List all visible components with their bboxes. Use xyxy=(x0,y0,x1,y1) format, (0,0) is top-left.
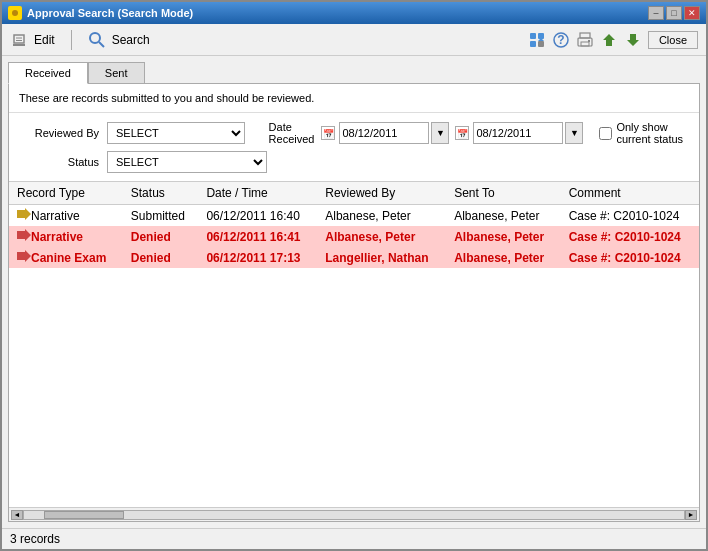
close-button[interactable]: Close xyxy=(648,31,698,49)
date-received-label: Date Received xyxy=(269,121,316,145)
cell-2: 06/12/2011 16:41 xyxy=(198,226,317,247)
svg-marker-23 xyxy=(17,250,31,262)
reviewed-by-row: Reviewed By SELECT Date Received 📅 ▼ 📅 xyxy=(19,121,689,145)
svg-rect-15 xyxy=(580,33,590,38)
tab-received[interactable]: Received xyxy=(8,62,88,84)
status-select[interactable]: SELECT xyxy=(107,151,267,173)
reviewed-by-select[interactable]: SELECT xyxy=(107,122,245,144)
status-row: Status SELECT xyxy=(19,151,689,173)
edit-label: Edit xyxy=(34,33,55,47)
date-to-field: 📅 ▼ xyxy=(455,122,583,144)
svg-marker-21 xyxy=(17,208,31,220)
date-from-dropdown[interactable]: ▼ xyxy=(431,122,449,144)
cell-5: Case #: C2010-1024 xyxy=(561,205,699,227)
arrow-up-icon[interactable] xyxy=(600,31,618,49)
cell-0: Narrative xyxy=(9,226,123,247)
search-toolbar-item[interactable]: Search xyxy=(88,31,150,49)
date-from-field: 📅 ▼ xyxy=(321,122,449,144)
print-icon[interactable] xyxy=(576,31,594,49)
col-status: Status xyxy=(123,182,199,205)
cell-2: 06/12/2011 16:40 xyxy=(198,205,317,227)
date-to-input[interactable] xyxy=(473,122,563,144)
col-datetime: Date / Time xyxy=(198,182,317,205)
cell-4: Albanese, Peter xyxy=(446,247,561,268)
horizontal-scrollbar[interactable] xyxy=(23,510,685,520)
record-type-value: Narrative xyxy=(31,209,80,223)
cell-4: Albanese, Peter xyxy=(446,226,561,247)
record-icon xyxy=(17,251,31,265)
col-record-type: Record Type xyxy=(9,182,123,205)
table-row[interactable]: NarrativeSubmitted06/12/2011 16:40Albane… xyxy=(9,205,699,227)
col-reviewed-by: Reviewed By xyxy=(317,182,446,205)
svg-point-6 xyxy=(90,33,100,43)
record-icon xyxy=(17,230,31,244)
scrollbar-thumb[interactable] xyxy=(44,511,124,519)
cell-2: 06/12/2011 17:13 xyxy=(198,247,317,268)
tabs: Received Sent xyxy=(8,62,700,83)
status-label: Status xyxy=(19,156,99,168)
cell-5: Case #: C2010-1024 xyxy=(561,247,699,268)
svg-rect-11 xyxy=(538,41,544,47)
window-icon xyxy=(8,6,22,20)
toolbar-separator xyxy=(71,30,72,50)
only-current-group: Only show current status xyxy=(599,121,689,145)
scroll-left-button[interactable]: ◄ xyxy=(11,510,23,520)
cell-1: Denied xyxy=(123,247,199,268)
edit-toolbar-item[interactable]: Edit xyxy=(10,31,55,49)
table-row[interactable]: NarrativeDenied06/12/2011 16:41Albanese,… xyxy=(9,226,699,247)
nav-up-icon[interactable] xyxy=(528,31,546,49)
col-comment: Comment xyxy=(561,182,699,205)
help-icon[interactable]: ? xyxy=(552,31,570,49)
records-table: Record Type Status Date / Time Reviewed … xyxy=(9,182,699,268)
svg-text:?: ? xyxy=(557,33,564,47)
date-to-dropdown[interactable]: ▼ xyxy=(565,122,583,144)
record-type-value: Narrative xyxy=(31,230,83,244)
only-current-checkbox[interactable] xyxy=(599,127,612,140)
table-header-row: Record Type Status Date / Time Reviewed … xyxy=(9,182,699,205)
panel: These are records submitted to you and s… xyxy=(8,83,700,522)
svg-marker-20 xyxy=(627,34,639,46)
cell-3: Albanese, Peter xyxy=(317,205,446,227)
record-count: 3 records xyxy=(10,532,60,546)
svg-rect-18 xyxy=(588,40,590,42)
edit-icon xyxy=(10,31,28,49)
calendar-to-icon: 📅 xyxy=(455,126,469,140)
form-section: Reviewed By SELECT Date Received 📅 ▼ 📅 xyxy=(9,113,699,182)
minimize-button[interactable]: – xyxy=(648,6,664,20)
table-container: Record Type Status Date / Time Reviewed … xyxy=(9,182,699,507)
status-bar: 3 records xyxy=(2,528,706,549)
cell-1: Submitted xyxy=(123,205,199,227)
tab-sent[interactable]: Sent xyxy=(88,62,145,83)
date-from-input[interactable] xyxy=(339,122,429,144)
record-icon xyxy=(17,209,31,223)
svg-rect-2 xyxy=(13,44,25,46)
scroll-right-button[interactable]: ► xyxy=(685,510,697,520)
svg-rect-8 xyxy=(530,33,536,39)
title-controls: – □ ✕ xyxy=(648,6,700,20)
cell-5: Case #: C2010-1024 xyxy=(561,226,699,247)
arrow-down-icon[interactable] xyxy=(624,31,642,49)
window-close-button[interactable]: ✕ xyxy=(684,6,700,20)
restore-button[interactable]: □ xyxy=(666,6,682,20)
svg-marker-22 xyxy=(17,229,31,241)
cell-3: Albanese, Peter xyxy=(317,226,446,247)
date-group: Date Received 📅 ▼ 📅 ▼ xyxy=(269,121,689,145)
content-area: Received Sent These are records submitte… xyxy=(2,56,706,528)
search-label: Search xyxy=(112,33,150,47)
cell-3: Langellier, Nathan xyxy=(317,247,446,268)
toolbar: Edit Search xyxy=(2,24,706,56)
title-bar-left: Approval Search (Search Mode) xyxy=(8,6,193,20)
reviewed-by-label: Reviewed By xyxy=(19,127,99,139)
window-title: Approval Search (Search Mode) xyxy=(27,7,193,19)
svg-marker-19 xyxy=(603,34,615,46)
cell-0: Narrative xyxy=(9,205,123,227)
record-type-value: Canine Exam xyxy=(31,251,106,265)
svg-marker-3 xyxy=(14,35,24,43)
calendar-from-icon: 📅 xyxy=(321,126,335,140)
main-window: Approval Search (Search Mode) – □ ✕ Edit xyxy=(0,0,708,551)
scrollbar-area: ◄ ► xyxy=(9,507,699,521)
cell-4: Albanese, Peter xyxy=(446,205,561,227)
col-sent-to: Sent To xyxy=(446,182,561,205)
table-row[interactable]: Canine ExamDenied06/12/2011 17:13Langell… xyxy=(9,247,699,268)
cell-1: Denied xyxy=(123,226,199,247)
